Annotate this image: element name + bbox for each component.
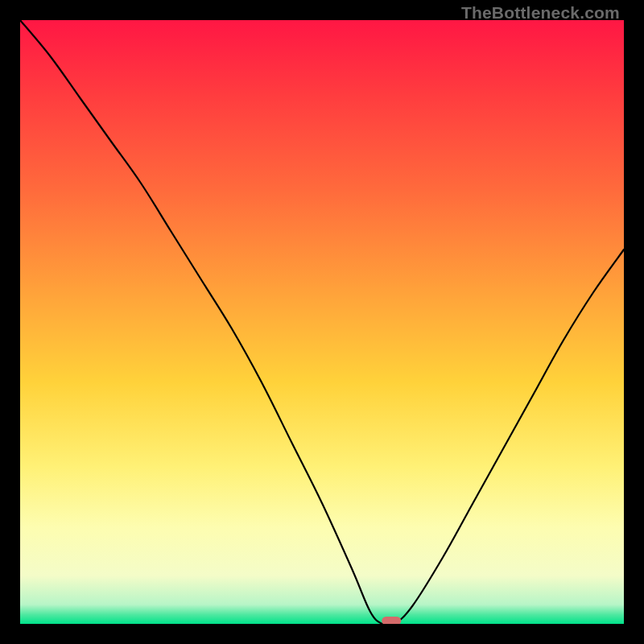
optimal-marker (382, 617, 401, 624)
plot-area (20, 20, 624, 624)
chart-svg (20, 20, 624, 624)
gradient-background (20, 20, 624, 624)
chart-container: TheBottleneck.com (0, 0, 644, 644)
